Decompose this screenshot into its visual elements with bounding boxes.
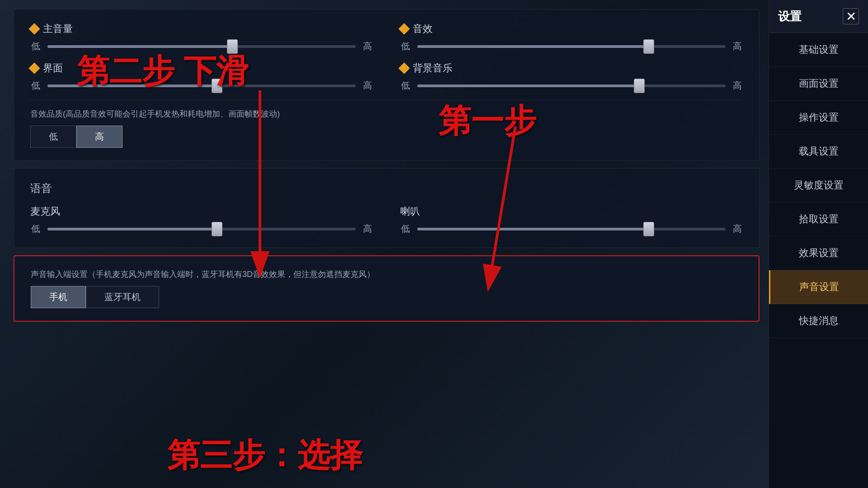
ui-volume-label: 界面 [30,61,373,75]
sfx-thumb[interactable] [643,39,654,54]
sidebar-item-pickup[interactable]: 拾取设置 [769,202,868,236]
sidebar-item-shortcut[interactable]: 快捷消息 [769,304,868,338]
mic-track[interactable] [47,228,356,230]
voice-input-panel: 声音输入端设置（手机麦克风为声音输入端时，蓝牙耳机有3D音效效果，但注意勿遮挡麦… [14,255,760,322]
diamond-icon-sfx [398,23,410,34]
speaker-group: 喇叭 低 高 [400,205,743,235]
voice-input-buttons: 手机 蓝牙耳机 [31,286,742,308]
voice-input-desc: 声音输入端设置（手机麦克风为声音输入端时，蓝牙耳机有3D音效效果，但注意勿遮挡麦… [31,269,742,280]
sidebar-items: 基础设置 画面设置 操作设置 载具设置 灵敏度设置 拾取设置 效果设置 声音设置… [769,33,868,488]
sidebar-item-controls[interactable]: 操作设置 [769,101,868,135]
sfx-track[interactable] [417,45,726,48]
sfx-fill [417,45,649,48]
sfx-label: 音效 [400,22,743,36]
microphone-group: 麦克风 低 高 [30,205,373,235]
mic-slider-row: 低 高 [30,223,373,235]
ui-thumb[interactable] [212,79,222,93]
quality-high-button[interactable]: 高 [76,126,123,148]
speaker-slider-row: 低 高 [400,223,743,235]
audio-panel: 主音量 低 高 音效 低 [14,9,760,161]
bgm-thumb[interactable] [634,79,645,93]
bgm-fill [417,84,639,87]
mic-fill [47,228,217,230]
bgm-group: 背景音乐 低 高 [400,61,743,92]
diamond-icon [28,23,40,34]
bluetooth-input-button[interactable]: 蓝牙耳机 [86,286,159,308]
bgm-label: 背景音乐 [400,61,743,75]
sidebar-item-effects[interactable]: 效果设置 [769,236,868,270]
diamond-icon-bgm [398,62,410,74]
main-volume-thumb[interactable] [227,39,238,54]
sidebar-item-basic[interactable]: 基础设置 [769,33,868,67]
voice-section-title: 语音 [30,181,743,196]
quality-buttons: 低 高 [30,126,743,148]
audio-grid: 主音量 低 高 音效 低 [30,22,743,92]
main-volume-fill [47,45,232,48]
speaker-label: 喇叭 [400,205,743,218]
ui-volume-group: 界面 低 高 [30,61,373,92]
close-button[interactable]: ✕ [843,8,859,24]
sidebar-header: 设置 ✕ [769,0,868,33]
sidebar-item-vehicle[interactable]: 载具设置 [769,135,868,169]
microphone-label: 麦克风 [30,205,373,218]
bgm-slider-row: 低 高 [400,80,743,92]
speaker-track[interactable] [417,228,726,230]
quality-section: 音效品质(高品质音效可能会引起手机发热和耗电增加、画面帧数波动) 低 高 [30,100,743,148]
sidebar: 设置 ✕ 基础设置 画面设置 操作设置 载具设置 灵敏度设置 拾取设置 效果设置… [769,0,868,488]
phone-input-button[interactable]: 手机 [31,286,86,308]
ui-slider-row: 低 高 [30,80,373,92]
diamond-icon-ui [28,62,40,74]
voice-grid: 麦克风 低 高 喇叭 低 [30,205,743,235]
main-volume-group: 主音量 低 高 [30,22,373,52]
quality-desc: 音效品质(高品质音效可能会引起手机发热和耗电增加、画面帧数波动) [30,108,743,119]
ui-fill [47,84,217,87]
mic-thumb[interactable] [212,222,222,236]
main-volume-label: 主音量 [30,22,373,36]
main-volume-track[interactable] [47,45,356,48]
voice-panel: 语音 麦克风 低 高 喇叭 [14,168,760,248]
sidebar-item-graphics[interactable]: 画面设置 [769,67,868,101]
main-volume-slider-row: 低 高 [30,40,373,52]
main-content: 主音量 低 高 音效 低 [14,9,760,479]
sfx-group: 音效 低 高 [400,22,743,52]
sfx-slider-row: 低 高 [400,40,743,52]
ui-track[interactable] [47,84,356,87]
quality-low-button[interactable]: 低 [30,126,76,148]
speaker-thumb[interactable] [643,222,654,236]
sidebar-title: 设置 [778,9,802,24]
sidebar-item-sensitivity[interactable]: 灵敏度设置 [769,169,868,202]
speaker-fill [417,228,649,230]
sidebar-item-sound[interactable]: 声音设置 [769,270,868,304]
bgm-track[interactable] [417,84,726,87]
